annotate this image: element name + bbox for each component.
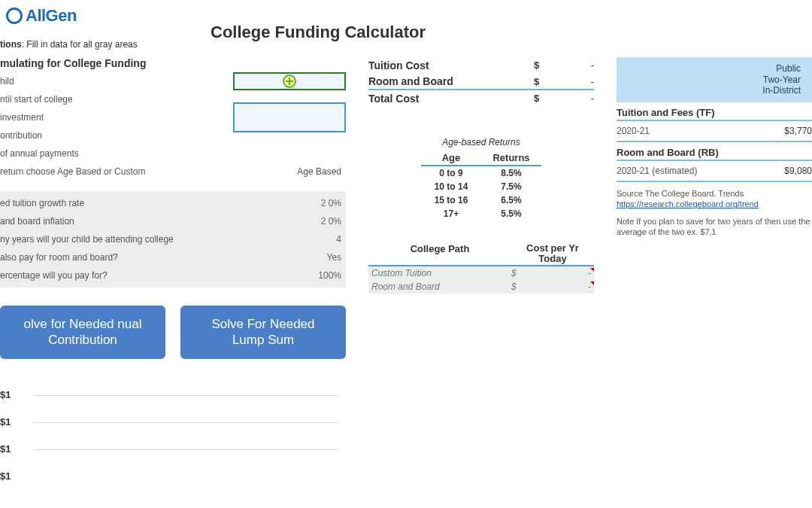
input-row-annual-payments: of annual payments [0, 144, 346, 163]
instructions-text: Fill in data for all gray areas [26, 39, 137, 50]
chart-tick-2: $1 [0, 443, 11, 455]
ar-col1: Age [421, 151, 481, 165]
solve-lump-button[interactable]: Solve For Needed Lump Sum [180, 306, 346, 359]
assume-percentage: ercentage will you pay for? 100% [0, 266, 346, 284]
chart-tick-3: $1 [0, 470, 11, 482]
cost-total-row: Total Cost $ - [368, 90, 594, 107]
cost-summary: Tuition Cost $ - Room and Board $ - Tota… [368, 57, 594, 107]
cursor-icon [283, 75, 296, 88]
label-return: return choose Age Based or Custom [0, 166, 256, 177]
sp-tf-title: Tuition and Fees (TF) [617, 107, 812, 121]
label-annual-payments: of annual payments [0, 148, 346, 159]
sp-note: Note If you plan to save for two years o… [617, 216, 812, 238]
cost-room-val: - [564, 76, 594, 87]
age-returns-title: Age-based Returns [368, 137, 594, 148]
input-child[interactable] [233, 72, 346, 90]
cost-tuition-cur: $ [534, 59, 564, 71]
cost-total-cur: $ [534, 93, 564, 104]
cost-tuition-row: Tuition Cost $ - [368, 57, 594, 74]
sp-tf-value: $3,770 [767, 126, 812, 136]
chart-tick-1: $1 [0, 416, 11, 427]
assume-rb-inflation: and board inflation 2 0% [0, 212, 346, 230]
cost-total-val: - [564, 93, 594, 104]
ar-row-0: 0 to 98.5% [421, 166, 541, 180]
ar-col2: Returns [481, 151, 541, 165]
cp-col1: College Path [368, 243, 511, 265]
age-returns-header: Age Returns [421, 151, 541, 166]
college-path: College Path Cost per Yr Today Custom Tu… [368, 243, 594, 294]
cp-row-0[interactable]: Custom Tuition $ - [368, 266, 594, 280]
input-row-return: return choose Age Based or Custom Age Ba… [0, 163, 346, 181]
sp-header[interactable]: Public Two-Year In-District [617, 57, 812, 102]
value-percentage[interactable]: 100% [256, 270, 346, 281]
assume-pay-rb: also pay for room and board? Yes [0, 248, 346, 266]
label-years-attend: ny years will your child be attending co… [0, 234, 256, 245]
solve-annual-button[interactable]: olve for Needed nual Contribution [0, 306, 165, 359]
assumptions-block: ed tuition growth rate 2 0% and board in… [0, 191, 346, 287]
ar-row-3: 17+5.5% [421, 207, 541, 221]
sp-rb-value: $9,080 [767, 166, 812, 176]
cost-room-label: Room and Board [368, 75, 534, 87]
cost-total-label: Total Cost [368, 93, 534, 105]
ar-row-1: 10 to 147.5% [421, 180, 541, 193]
section-header: mulating for College Funding [0, 57, 346, 69]
label-contribution: ontribution [0, 130, 346, 141]
input-row-investment: investment [0, 108, 346, 126]
value-return[interactable]: Age Based [256, 166, 346, 177]
assume-tuition-growth: ed tuition growth rate 2 0% [0, 194, 346, 212]
chart-tick-0: $1 [0, 389, 11, 400]
cp-col2: Cost per Yr Today [511, 243, 594, 265]
cost-room-row: Room and Board $ - [368, 74, 594, 90]
value-years-attend[interactable]: 4 [256, 234, 346, 245]
page-title: College Funding Calculator [211, 23, 426, 42]
age-returns: Age-based Returns Age Returns 0 to 98.5%… [368, 137, 594, 221]
value-tuition-growth[interactable]: 2 0% [256, 198, 346, 208]
input-row-child: hild [0, 72, 346, 90]
cost-tuition-val: - [564, 59, 594, 71]
sp-rb-year: 2020-21 (estimated) [617, 166, 767, 176]
cost-tuition-label: Tuition Cost [368, 59, 534, 71]
label-percentage: ercentage will you pay for? [0, 270, 256, 281]
sp-tf-row: 2020-21 $3,770 [617, 121, 812, 142]
sp-rb-row: 2020-21 (estimated) $9,080 [617, 161, 812, 182]
sp-source: Source The College Board. Trends https:/… [617, 188, 812, 210]
label-tuition-growth: ed tuition growth rate [0, 198, 256, 208]
sp-tf-year: 2020-21 [617, 126, 767, 136]
value-rb-inflation[interactable]: 2 0% [256, 216, 346, 227]
brand-logo: AllGen [6, 6, 77, 26]
label-pay-rb: also pay for room and board? [0, 252, 256, 263]
label-rb-inflation: and board inflation [0, 216, 256, 227]
logo-icon [6, 8, 23, 24]
cp-row-1[interactable]: Room and Board $ - [368, 280, 594, 294]
assume-years-attend: ny years will your child be attending co… [0, 230, 346, 248]
chart: $1 $1 $1 $1 [0, 389, 346, 494]
source-link[interactable]: https://research.collegeboard.org/trend [617, 199, 759, 208]
cost-room-cur: $ [534, 76, 564, 87]
cp-header: College Path Cost per Yr Today [368, 243, 594, 266]
side-panel: Public Two-Year In-District Tuition and … [617, 57, 812, 237]
sp-rb-title: Room and Board (RB) [617, 147, 812, 161]
brand-name: AllGen [26, 6, 77, 26]
instructions-label: tions [0, 39, 22, 50]
ar-row-2: 15 to 166.5% [421, 193, 541, 207]
value-pay-rb[interactable]: Yes [256, 252, 346, 263]
input-row-contribution: ontribution [0, 126, 346, 144]
